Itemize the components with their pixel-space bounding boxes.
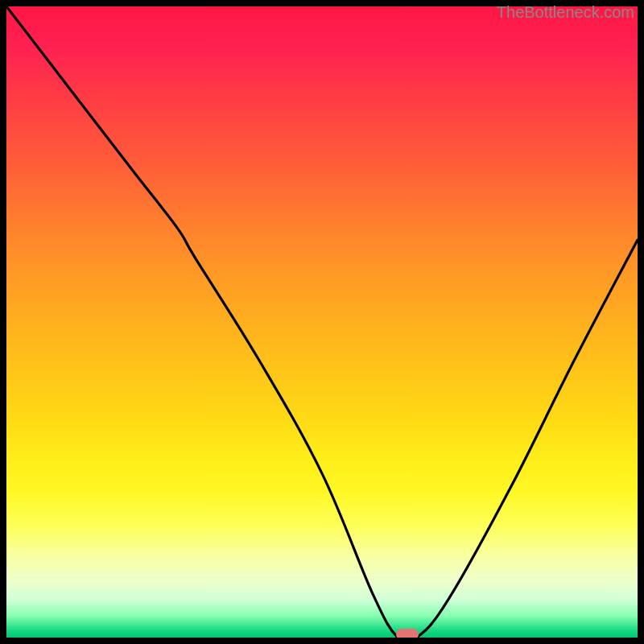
chart-plot-area xyxy=(6,6,638,638)
attribution-text: TheBottleneck.com xyxy=(497,3,634,22)
optimal-marker xyxy=(396,629,419,638)
gradient-background xyxy=(6,6,638,638)
